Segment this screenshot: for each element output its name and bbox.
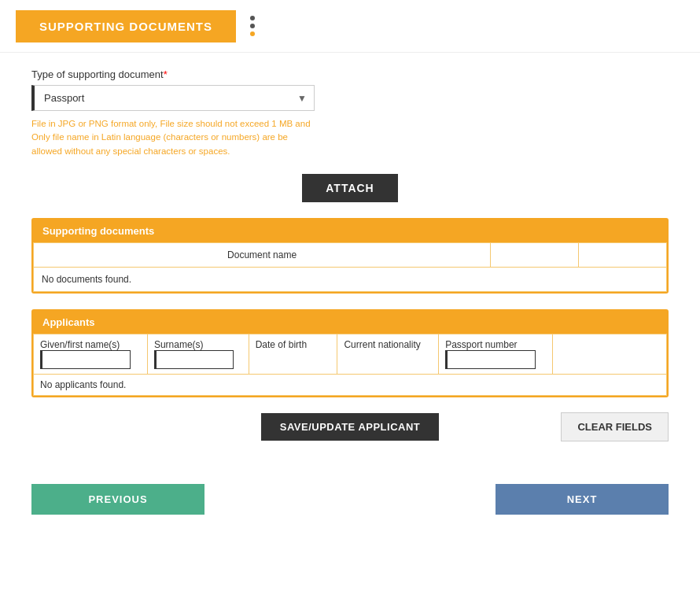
supporting-docs-table: Document name No documents found. — [33, 242, 667, 292]
bottom-nav: PREVIOUS NEXT — [0, 472, 700, 526]
supporting-docs-title: Supporting documents — [33, 220, 667, 242]
file-hint: File in JPG or PNG format only, File siz… — [31, 117, 315, 158]
page-wrapper: SUPPORTING DOCUMENTS Type of supporting … — [0, 0, 700, 613]
docs-col-3 — [579, 242, 667, 267]
col-passport: Passport number — [439, 334, 553, 374]
docs-table-header-row: Document name — [34, 242, 667, 267]
previous-button[interactable]: PREVIOUS — [31, 484, 204, 515]
doc-type-section: Type of supporting document* Passport Id… — [31, 68, 669, 158]
dot-2 — [250, 24, 255, 28]
col-surname: Surname(s) — [147, 334, 249, 374]
nationality-label: Current nationality — [344, 339, 432, 350]
save-update-button[interactable]: SAVE/UPDATE APPLICANT — [261, 413, 440, 441]
applicants-section: Applicants Given/first name(s) Surname(s… — [31, 309, 669, 397]
col-extra — [553, 334, 667, 374]
doc-type-select[interactable]: Passport Identity Card Visa Other — [31, 85, 315, 111]
action-row: SAVE/UPDATE APPLICANT CLEAR FIELDS — [31, 413, 669, 441]
attach-btn-wrapper: ATTACH — [31, 174, 669, 202]
surname-label: Surname(s) — [154, 339, 242, 350]
applicants-no-data-row: No applicants found. — [34, 374, 667, 395]
docs-no-data: No documents found. — [34, 267, 667, 291]
supporting-docs-section: Supporting documents Document name No do… — [31, 218, 669, 294]
col-given-name: Given/first name(s) — [34, 334, 148, 374]
header: SUPPORTING DOCUMENTS — [0, 0, 700, 53]
doc-type-select-wrapper: Passport Identity Card Visa Other ▼ — [31, 85, 315, 111]
dob-label: Date of birth — [256, 339, 331, 350]
dot-1 — [250, 16, 255, 20]
passport-input[interactable] — [445, 350, 536, 369]
docs-col-name: Document name — [34, 242, 491, 267]
given-name-label: Given/first name(s) — [40, 339, 141, 350]
dots-menu[interactable] — [244, 9, 261, 42]
applicants-table: Given/first name(s) Surname(s) Date of b… — [33, 334, 667, 396]
applicants-title: Applicants — [33, 311, 667, 334]
docs-col-2 — [491, 242, 579, 267]
page-title: SUPPORTING DOCUMENTS — [16, 10, 236, 42]
next-button[interactable]: NEXT — [496, 484, 669, 515]
doc-type-label: Type of supporting document* — [31, 68, 669, 80]
clear-fields-button[interactable]: CLEAR FIELDS — [561, 412, 669, 441]
dot-3 — [250, 31, 255, 36]
passport-label: Passport number — [445, 339, 546, 350]
applicants-header-row: Given/first name(s) Surname(s) Date of b… — [34, 334, 667, 374]
given-name-input[interactable] — [40, 350, 131, 369]
col-nationality: Current nationality — [337, 334, 439, 374]
attach-button[interactable]: ATTACH — [302, 174, 397, 202]
surname-input[interactable] — [154, 350, 234, 369]
docs-no-data-row: No documents found. — [34, 267, 667, 291]
col-dob: Date of birth — [249, 334, 337, 374]
applicants-no-data: No applicants found. — [34, 374, 667, 395]
main-content: Type of supporting document* Passport Id… — [0, 53, 700, 456]
